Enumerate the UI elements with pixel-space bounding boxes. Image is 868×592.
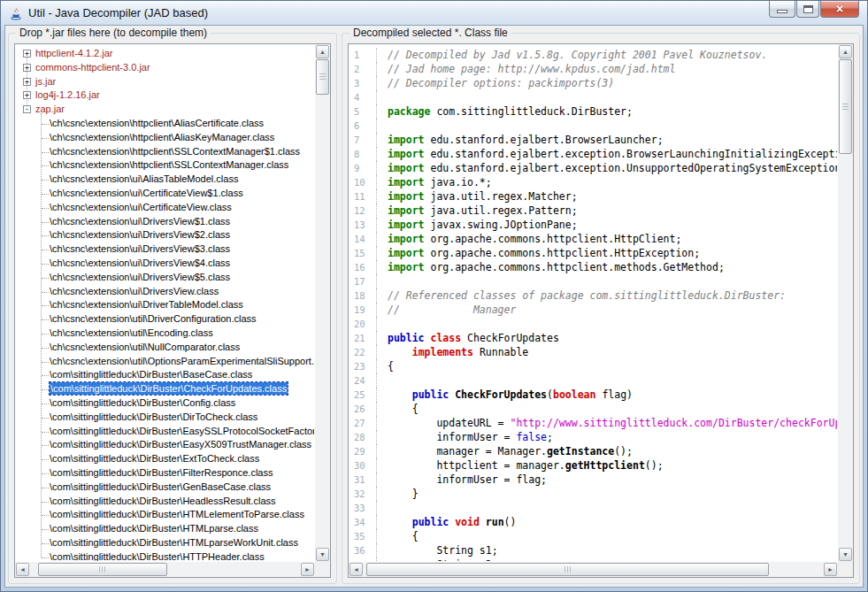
- tree-item-class[interactable]: \ch\csnc\extension\ui\DriverTableModel.c…: [16, 298, 314, 312]
- line-number: 4: [350, 90, 377, 104]
- tree-item-class[interactable]: \ch\csnc\extension\util\Encoding.class: [16, 327, 314, 341]
- tree-item-class[interactable]: \com\sittinglittleduck\DirBuster\CheckFo…: [16, 382, 314, 396]
- code-vertical-scrollbar[interactable]: ▲ ▼: [838, 44, 853, 562]
- code-line: 31 informUser = flag;: [350, 473, 837, 487]
- scroll-left-icon[interactable]: ◄: [350, 563, 363, 576]
- tree-item-class[interactable]: \com\sittinglittleduck\DirBuster\DirToCh…: [16, 411, 314, 425]
- line-number: 18: [350, 288, 377, 303]
- code-text: import java.util.regex.Pattern;: [377, 204, 837, 218]
- tree-item-class[interactable]: \ch\csnc\extension\httpclient\SSLContext…: [16, 145, 314, 159]
- scroll-right-icon[interactable]: ►: [301, 563, 314, 576]
- line-number: 5: [350, 104, 377, 119]
- code-line: 24: [350, 373, 837, 388]
- code-text: import java.io.*;: [377, 175, 837, 189]
- tree-item-class[interactable]: \ch\csnc\extension\httpclient\SSLContext…: [16, 158, 314, 173]
- code-line: 20: [350, 317, 837, 331]
- tree-item-class[interactable]: \com\sittinglittleduck\DirBuster\GenBase…: [16, 481, 314, 495]
- tree-item-class[interactable]: \com\sittinglittleduck\DirBuster\BaseCas…: [16, 368, 314, 382]
- tree-horizontal-scrollbar[interactable]: ◄ ►: [15, 562, 315, 577]
- class-path-label: \ch\csnc\extension\ui\CertificateView.cl…: [50, 202, 232, 212]
- tree-item-class[interactable]: \ch\csnc\extension\ui\AliasTableModel.cl…: [16, 173, 314, 187]
- code-text: [377, 373, 837, 388]
- selected-class-path-label: \com\sittinglittleduck\DirBuster\CheckFo…: [50, 382, 288, 395]
- collapse-toggle-icon[interactable]: -: [23, 105, 31, 113]
- code-horizontal-scrollbar[interactable]: ◄ ►: [349, 562, 838, 577]
- tree-vertical-scrollbar[interactable]: ▲ ▼: [315, 44, 330, 562]
- class-path-label: \ch\csnc\extension\httpclient\SSLContext…: [50, 146, 300, 157]
- code-viewer-panel[interactable]: 1// Decompiled by Jad v1.5.8g. Copyright…: [348, 43, 854, 578]
- tree-item-class[interactable]: \com\sittinglittleduck\DirBuster\HTMLpar…: [16, 536, 314, 550]
- scroll-down-icon[interactable]: ▼: [839, 548, 852, 561]
- scroll-down-icon[interactable]: ▼: [316, 548, 329, 561]
- class-path-label: \com\sittinglittleduck\DirBuster\DirToCh…: [50, 411, 257, 422]
- code-vertical-scroll-thumb[interactable]: [839, 59, 852, 154]
- scroll-right-icon[interactable]: ►: [824, 563, 837, 576]
- tree-item-class[interactable]: \com\sittinglittleduck\DirBuster\EasyX50…: [16, 438, 314, 452]
- tree-item-jar[interactable]: +log4j-1.2.16.jar: [16, 88, 314, 103]
- code-text: String s3;: [377, 557, 837, 561]
- class-path-label: \ch\csnc\extension\util\OptionsParamExpe…: [50, 356, 314, 366]
- tree-item-class[interactable]: \com\sittinglittleduck\DirBuster\Config.…: [16, 396, 314, 411]
- tree-vertical-scroll-thumb[interactable]: [316, 59, 329, 95]
- tree-item-class[interactable]: \ch\csnc\extension\ui\CertificateView$1.…: [16, 187, 314, 201]
- tree-horizontal-scroll-thumb[interactable]: [38, 563, 167, 576]
- tree-item-class[interactable]: \ch\csnc\extension\ui\DriversView$3.clas…: [16, 242, 314, 257]
- tree-item-jar[interactable]: +httpclient-4.1.2.jar: [16, 47, 314, 61]
- tree-item-class[interactable]: \ch\csnc\extension\ui\DriversView.class: [16, 285, 314, 299]
- scroll-left-icon[interactable]: ◄: [16, 563, 29, 576]
- tree-item-class[interactable]: \com\sittinglittleduck\DirBuster\HTMLpar…: [16, 522, 314, 536]
- tree-item-class[interactable]: \ch\csnc\extension\util\OptionsParamExpe…: [16, 355, 314, 369]
- class-path-label: \com\sittinglittleduck\DirBuster\Config.…: [50, 397, 235, 408]
- code-text: // Decompiler options: packimports(3): [377, 76, 837, 90]
- tree-item-class[interactable]: \ch\csnc\extension\httpclient\AliasCerti…: [16, 117, 314, 131]
- tree-item-class[interactable]: \com\sittinglittleduck\DirBuster\FilterR…: [16, 466, 314, 481]
- code-text: {: [377, 529, 837, 543]
- code-lines: 1// Decompiled by Jad v1.5.8g. Copyright…: [350, 45, 837, 561]
- tree-item-class[interactable]: \ch\csnc\extension\ui\DriversView$5.clas…: [16, 271, 314, 285]
- minimize-button[interactable]: [769, 1, 795, 18]
- code-text: import javax.swing.JOptionPane;: [377, 218, 837, 232]
- tree-item-class[interactable]: \com\sittinglittleduck\DirBuster\ExtToCh…: [16, 452, 314, 466]
- class-path-label: \ch\csnc\extension\util\Encoding.class: [50, 327, 213, 338]
- tree-item-class[interactable]: \com\sittinglittleduck\DirBuster\EasySSL…: [16, 425, 314, 439]
- code-text: informUser = flag;: [377, 473, 837, 487]
- tree-item-class[interactable]: \ch\csnc\extension\util\NullComparator.c…: [16, 341, 314, 355]
- code-text: [377, 317, 837, 331]
- tree-item-class[interactable]: \com\sittinglittleduck\DirBuster\Headles…: [16, 495, 314, 509]
- code-line: 8import edu.stanford.ejalbert.exception.…: [350, 147, 837, 161]
- code-horizontal-scroll-thumb[interactable]: [366, 563, 769, 576]
- maximize-button[interactable]: [796, 1, 819, 18]
- tree-item-class[interactable]: \com\sittinglittleduck\DirBuster\HTTPHea…: [16, 550, 314, 561]
- tree-item-class[interactable]: \ch\csnc\extension\ui\DriversView$2.clas…: [16, 228, 314, 242]
- tree-item-class[interactable]: \ch\csnc\extension\ui\DriversView$1.clas…: [16, 215, 314, 229]
- tree-item-class[interactable]: \com\sittinglittleduck\DirBuster\HTMLele…: [16, 508, 314, 522]
- tree-item-jar[interactable]: +commons-httpclient-3.0.jar: [16, 61, 314, 75]
- code-text: // Jad home page: http://www.kpdus.com/j…: [377, 62, 837, 76]
- tree-item-class[interactable]: \ch\csnc\extension\httpclient\AliasKeyMa…: [16, 131, 314, 145]
- code-line: 4: [350, 90, 837, 104]
- scroll-up-icon[interactable]: ▲: [316, 45, 329, 58]
- expand-toggle-icon[interactable]: +: [23, 78, 31, 86]
- line-number: 34: [350, 515, 377, 529]
- close-button[interactable]: ×: [820, 1, 859, 18]
- class-path-label: \ch\csnc\extension\util\DriverConfigurat…: [50, 313, 257, 324]
- tree-item-jar[interactable]: +js.jar: [16, 75, 314, 89]
- scroll-up-icon[interactable]: ▲: [839, 45, 852, 58]
- class-path-label: \ch\csnc\extension\ui\DriversView$4.clas…: [50, 258, 230, 268]
- title-bar[interactable]: Util - Java Decompiler (JAD based) ×: [1, 1, 867, 25]
- line-number: 12: [350, 204, 377, 218]
- tree-item-class[interactable]: \ch\csnc\extension\util\DriverConfigurat…: [16, 312, 314, 327]
- tree-item-class[interactable]: \ch\csnc\extension\ui\DriversView$4.clas…: [16, 257, 314, 271]
- expand-toggle-icon[interactable]: +: [23, 91, 31, 99]
- code-text: import org.apache.commons.httpclient.Htt…: [377, 232, 837, 246]
- line-number: 30: [350, 458, 377, 473]
- tree-item-jar[interactable]: -zap.jar: [16, 103, 314, 117]
- class-path-label: \ch\csnc\extension\httpclient\AliasKeyMa…: [50, 132, 274, 142]
- class-path-label: \com\sittinglittleduck\DirBuster\GenBase…: [50, 481, 271, 492]
- expand-toggle-icon[interactable]: +: [23, 64, 31, 72]
- expand-toggle-icon[interactable]: +: [23, 50, 31, 58]
- code-line: 18// Referenced classes of package com.s…: [350, 288, 837, 303]
- tree-item-class[interactable]: \ch\csnc\extension\ui\CertificateView.cl…: [16, 201, 314, 215]
- code-text: {: [377, 402, 837, 416]
- jar-tree-panel[interactable]: +httpclient-4.1.2.jar+commons-httpclient…: [14, 43, 331, 578]
